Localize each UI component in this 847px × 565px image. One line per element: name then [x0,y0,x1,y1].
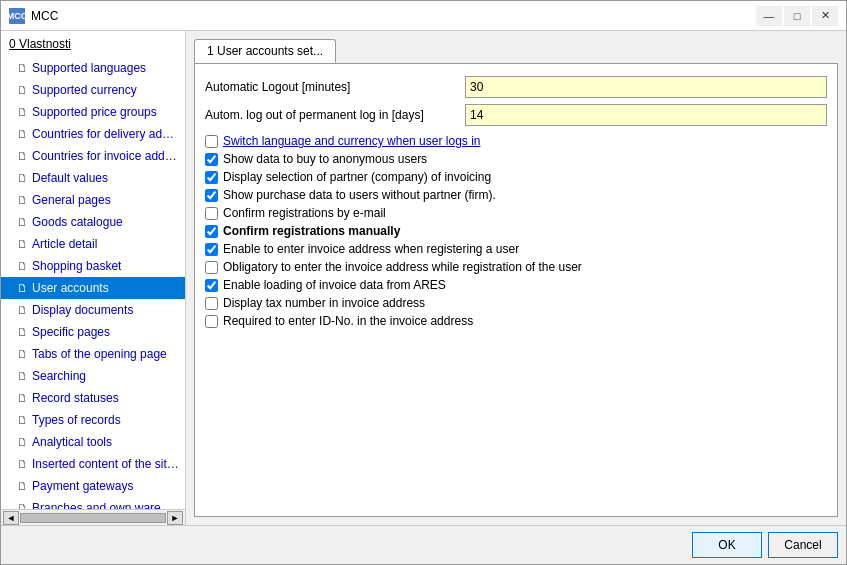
sidebar-item-searching[interactable]: 🗋Searching [1,365,185,387]
sidebar-item-tabs-opening-page[interactable]: 🗋Tabs of the opening page [1,343,185,365]
sidebar-item-analytical-tools[interactable]: 🗋Analytical tools [1,431,185,453]
document-icon: 🗋 [17,235,28,253]
sidebar-item-label: Default values [32,169,108,187]
checkbox-label-display-tax-number[interactable]: Display tax number in invoice address [223,296,425,310]
auto-perm-logout-input[interactable] [465,104,827,126]
checkbox-confirm-manually[interactable] [205,225,218,238]
document-icon: 🗋 [17,257,28,275]
sidebar-scroll-area[interactable]: 🗋Supported languages🗋Supported currency🗋… [1,57,185,509]
sidebar-item-label: Analytical tools [32,433,112,451]
document-icon: 🗋 [17,279,28,297]
checkbox-label-required-id-no[interactable]: Required to enter ID-No. in the invoice … [223,314,473,328]
maximize-button[interactable]: □ [784,6,810,26]
document-icon: 🗋 [17,169,28,187]
sidebar-item-label: Payment gateways [32,477,133,495]
checkbox-label-obligatory-invoice[interactable]: Obligatory to enter the invoice address … [223,260,582,274]
sidebar-item-article-detail[interactable]: 🗋Article detail [1,233,185,255]
sidebar-item-label: Supported price groups [32,103,157,121]
document-icon: 🗋 [17,477,28,495]
sidebar-item-inserted-content[interactable]: 🗋Inserted content of the sites [1,453,185,475]
auto-perm-logout-label: Autom. log out of permanent log in [days… [205,108,465,122]
sidebar-item-label: General pages [32,191,111,209]
checkbox-enable-invoice-address[interactable] [205,243,218,256]
checkbox-row-confirm-manually: Confirm registrations manually [205,224,827,238]
tab-user-accounts[interactable]: 1 User accounts set... [194,39,336,63]
sidebar-item-display-documents[interactable]: 🗋Display documents [1,299,185,321]
sidebar-item-label: User accounts [32,279,109,297]
document-icon: 🗋 [17,81,28,99]
tab-bar: 1 User accounts set... [194,39,838,63]
checkbox-row-show-purchase-data: Show purchase data to users without part… [205,188,827,202]
checkbox-enable-loading-ares[interactable] [205,279,218,292]
auto-perm-logout-row: Autom. log out of permanent log in [days… [205,104,827,126]
checkbox-show-purchase-data[interactable] [205,189,218,202]
checkbox-row-show-data-anonymous: Show data to buy to anonymous users [205,152,827,166]
sidebar-item-label: Inserted content of the sites [32,455,179,473]
sidebar-item-countries-delivery[interactable]: 🗋Countries for delivery addresse [1,123,185,145]
ok-button[interactable]: OK [692,532,762,558]
sidebar-item-branches-warehouses[interactable]: 🗋Branches and own warehouse [1,497,185,509]
sidebar-item-label: Supported currency [32,81,137,99]
checkbox-switch-language[interactable] [205,135,218,148]
main-window: MCC MCC — □ ✕ 0 Vlastnosti 🗋Supported la… [0,0,847,565]
checkbox-label-confirm-email[interactable]: Confirm registrations by e-mail [223,206,386,220]
sidebar-item-user-accounts[interactable]: 🗋User accounts [1,277,185,299]
document-icon: 🗋 [17,59,28,77]
checkbox-confirm-email[interactable] [205,207,218,220]
sidebar-item-types-of-records[interactable]: 🗋Types of records [1,409,185,431]
scroll-right-button[interactable]: ► [167,511,183,525]
checkbox-display-tax-number[interactable] [205,297,218,310]
document-icon: 🗋 [17,191,28,209]
checkbox-obligatory-invoice[interactable] [205,261,218,274]
checkbox-show-data-anonymous[interactable] [205,153,218,166]
sidebar-item-shopping-basket[interactable]: 🗋Shopping basket [1,255,185,277]
sidebar-item-label: Branches and own warehouse [32,499,179,509]
sidebar-item-record-statuses[interactable]: 🗋Record statuses [1,387,185,409]
scroll-thumb[interactable] [20,513,166,523]
sidebar-item-specific-pages[interactable]: 🗋Specific pages [1,321,185,343]
checkbox-required-id-no[interactable] [205,315,218,328]
sidebar-item-label: Countries for invoice addresse [32,147,179,165]
sidebar-item-goods-catalogue[interactable]: 🗋Goods catalogue [1,211,185,233]
sidebar-item-general-pages[interactable]: 🗋General pages [1,189,185,211]
sidebar-item-countries-invoice[interactable]: 🗋Countries for invoice addresse [1,145,185,167]
document-icon: 🗋 [17,301,28,319]
checkbox-label-enable-loading-ares[interactable]: Enable loading of invoice data from ARES [223,278,446,292]
document-icon: 🗋 [17,345,28,363]
checkbox-row-enable-invoice-address: Enable to enter invoice address when reg… [205,242,827,256]
checkbox-label-display-selection-partner[interactable]: Display selection of partner (company) o… [223,170,491,184]
checkbox-label-show-purchase-data[interactable]: Show purchase data to users without part… [223,188,496,202]
auto-logout-input[interactable] [465,76,827,98]
checkbox-label-confirm-manually[interactable]: Confirm registrations manually [223,224,400,238]
document-icon: 🗋 [17,367,28,385]
checkbox-label-enable-invoice-address[interactable]: Enable to enter invoice address when reg… [223,242,519,256]
sidebar-horizontal-scrollbar[interactable]: ◄ ► [1,509,185,525]
scroll-left-button[interactable]: ◄ [3,511,19,525]
sidebar-item-supported-languages[interactable]: 🗋Supported languages [1,57,185,79]
cancel-button[interactable]: Cancel [768,532,838,558]
document-icon: 🗋 [17,103,28,121]
sidebar-item-label: Article detail [32,235,97,253]
sidebar-item-label: Display documents [32,301,133,319]
checkbox-label-switch-language[interactable]: Switch language and currency when user l… [223,134,480,148]
document-icon: 🗋 [17,147,28,165]
sidebar-header: 0 Vlastnosti [1,31,185,57]
sidebar-item-supported-price-groups[interactable]: 🗋Supported price groups [1,101,185,123]
document-icon: 🗋 [17,125,28,143]
sidebar-item-payment-gateways[interactable]: 🗋Payment gateways [1,475,185,497]
right-panel: 1 User accounts set... Automatic Logout … [186,31,846,525]
sidebar-item-supported-currency[interactable]: 🗋Supported currency [1,79,185,101]
sidebar-item-label: Shopping basket [32,257,121,275]
sidebar-item-label: Tabs of the opening page [32,345,167,363]
document-icon: 🗋 [17,213,28,231]
checkbox-row-confirm-email: Confirm registrations by e-mail [205,206,827,220]
document-icon: 🗋 [17,411,28,429]
checkbox-label-show-data-anonymous[interactable]: Show data to buy to anonymous users [223,152,427,166]
checkbox-row-enable-loading-ares: Enable loading of invoice data from ARES [205,278,827,292]
sidebar-item-default-values[interactable]: 🗋Default values [1,167,185,189]
close-button[interactable]: ✕ [812,6,838,26]
minimize-button[interactable]: — [756,6,782,26]
sidebar-item-label: Specific pages [32,323,110,341]
checkbox-display-selection-partner[interactable] [205,171,218,184]
auto-logout-label: Automatic Logout [minutes] [205,80,465,94]
